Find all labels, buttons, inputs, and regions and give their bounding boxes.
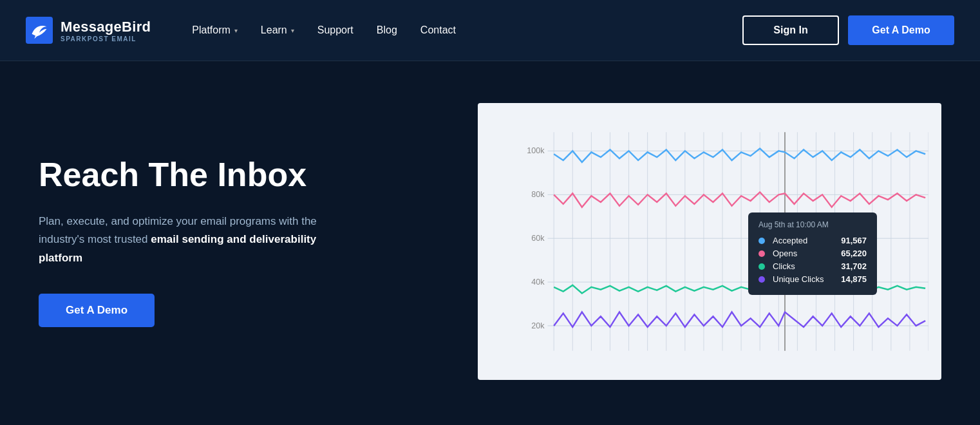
tooltip-label: Clicks — [773, 261, 833, 271]
tooltip-rows: Accepted 91,567 Opens 65,220 Clicks 31,7… — [759, 236, 867, 284]
svg-text:60k: 60k — [531, 234, 545, 243]
tooltip-value: 91,567 — [841, 236, 867, 245]
hero-right: 100k 80k 60k 40k 20k Aug 5 — [478, 103, 941, 380]
get-demo-button-hero[interactable]: Get A Demo — [39, 294, 155, 327]
nav-blog[interactable]: Blog — [368, 19, 406, 41]
tooltip-dot — [759, 238, 765, 244]
chevron-down-icon: ▾ — [291, 27, 294, 34]
tooltip-value: 14,875 — [841, 274, 867, 284]
navbar-right: Sign In Get A Demo — [742, 15, 954, 45]
nav-learn[interactable]: Learn ▾ — [252, 19, 303, 41]
tooltip-row: Clicks 31,702 — [759, 261, 867, 271]
logo-text: MessageBird SPARKPOST EMAIL — [61, 19, 151, 42]
nav-support-label: Support — [317, 24, 353, 36]
chart-container: 100k 80k 60k 40k 20k Aug 5 — [478, 103, 941, 380]
tooltip-row: Unique Clicks 14,875 — [759, 274, 867, 284]
nav-platform-label: Platform — [192, 24, 231, 36]
nav-links: Platform ▾ Learn ▾ Support Blog Contact — [183, 19, 465, 41]
tooltip-label: Accepted — [773, 236, 833, 245]
hero-title: Reach The Inbox — [39, 156, 361, 194]
svg-text:100k: 100k — [527, 146, 545, 155]
chart-tooltip: Aug 5th at 10:00 AM Accepted 91,567 Open… — [748, 212, 877, 295]
navbar: MessageBird SPARKPOST EMAIL Platform ▾ L… — [0, 0, 980, 61]
navbar-left: MessageBird SPARKPOST EMAIL Platform ▾ L… — [26, 17, 465, 44]
tooltip-row: Accepted 91,567 — [759, 236, 867, 245]
logo-icon — [26, 17, 53, 44]
nav-support[interactable]: Support — [308, 19, 363, 41]
tooltip-label: Unique Clicks — [773, 274, 833, 284]
tooltip-value: 65,220 — [841, 249, 867, 258]
logo[interactable]: MessageBird SPARKPOST EMAIL — [26, 17, 151, 44]
hero-section: Reach The Inbox Plan, execute, and optim… — [0, 61, 980, 422]
svg-text:80k: 80k — [531, 190, 545, 199]
nav-platform[interactable]: Platform ▾ — [183, 19, 247, 41]
nav-contact[interactable]: Contact — [411, 19, 465, 41]
tooltip-dot — [759, 263, 765, 270]
logo-sub: SPARKPOST EMAIL — [61, 35, 151, 42]
tooltip-value: 31,702 — [841, 261, 867, 271]
svg-text:40k: 40k — [531, 278, 545, 287]
tooltip-label: Opens — [773, 249, 833, 258]
get-demo-button-nav[interactable]: Get A Demo — [848, 15, 954, 45]
logo-name: MessageBird — [61, 19, 151, 35]
tooltip-dot — [759, 250, 765, 257]
sign-in-button[interactable]: Sign In — [742, 15, 839, 45]
nav-contact-label: Contact — [420, 24, 456, 36]
nav-learn-label: Learn — [261, 24, 287, 36]
tooltip-dot — [759, 276, 765, 283]
tooltip-title: Aug 5th at 10:00 AM — [759, 220, 867, 229]
chevron-down-icon: ▾ — [234, 27, 238, 34]
nav-blog-label: Blog — [377, 24, 397, 36]
hero-left: Reach The Inbox Plan, execute, and optim… — [39, 156, 361, 327]
hero-description: Plan, execute, and optimize your email p… — [39, 212, 361, 269]
svg-text:20k: 20k — [531, 321, 545, 330]
tooltip-row: Opens 65,220 — [759, 249, 867, 258]
